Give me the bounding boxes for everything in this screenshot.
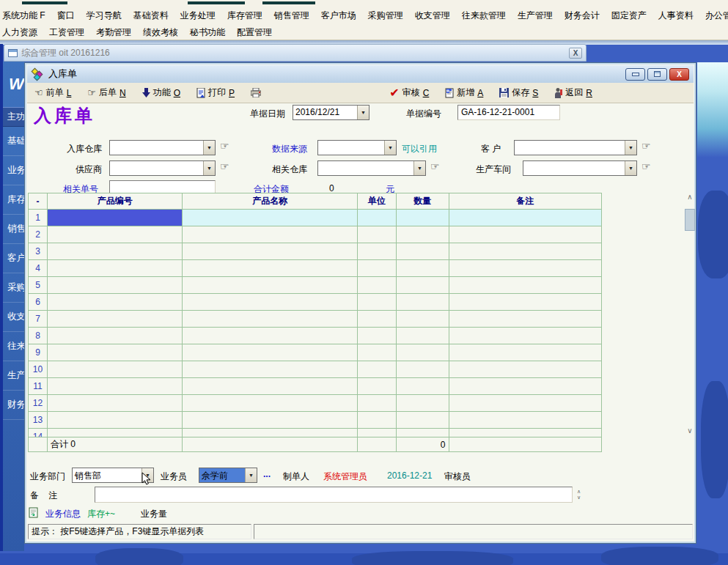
grid-cell[interactable] xyxy=(397,328,449,344)
minimize-icon[interactable] xyxy=(625,68,645,81)
menu-item[interactable]: 窗口 xyxy=(56,9,76,23)
menu-item[interactable]: 收支管理 xyxy=(414,9,451,23)
grid-cell[interactable] xyxy=(358,361,397,378)
grid-cell[interactable] xyxy=(183,260,357,277)
chevron-down-icon[interactable]: ▼ xyxy=(357,106,369,119)
menu-item[interactable]: 往来款管理 xyxy=(461,9,507,23)
stock-toggle-link[interactable]: 库存+~ xyxy=(87,508,115,520)
grid-cell[interactable] xyxy=(358,243,397,260)
grid-cell[interactable] xyxy=(48,277,183,294)
grid-cell[interactable] xyxy=(397,361,449,378)
menu-item[interactable]: 考勤管理 xyxy=(95,26,132,40)
sidebar-item[interactable]: 收支 xyxy=(3,303,24,332)
remark-spinner[interactable]: ∧ ∨ xyxy=(574,487,584,503)
grid-cell[interactable] xyxy=(183,294,357,311)
grid-cell[interactable] xyxy=(48,344,183,361)
grid-cell[interactable] xyxy=(48,378,183,395)
grid-cell[interactable] xyxy=(449,429,601,437)
new-button[interactable]: 新增A xyxy=(445,86,483,99)
grid-cell[interactable] xyxy=(449,294,601,311)
menu-item[interactable]: 固定资产 xyxy=(611,9,647,23)
function-button[interactable]: 功能O xyxy=(142,86,180,99)
grid-cell[interactable] xyxy=(358,311,397,328)
grid-cell[interactable] xyxy=(48,395,183,412)
grid-cell[interactable] xyxy=(183,429,357,437)
lookup-hand-icon[interactable]: ☞ xyxy=(430,160,440,172)
spin-up-icon[interactable]: ∧ xyxy=(577,489,581,495)
grid-cell[interactable] xyxy=(48,260,183,277)
menu-item[interactable]: 销售管理 xyxy=(273,9,310,23)
grid-cell[interactable] xyxy=(48,210,183,226)
data-source-combo[interactable]: ▼ xyxy=(317,140,397,155)
close-icon[interactable]: X xyxy=(569,48,582,59)
grid-cell[interactable] xyxy=(358,260,397,277)
customer-combo[interactable]: ▼ xyxy=(514,140,637,155)
grid-cell[interactable] xyxy=(48,361,183,378)
grid-cell[interactable] xyxy=(358,328,397,344)
sidebar-item[interactable]: 往来 xyxy=(3,332,24,361)
return-button[interactable]: 返回R xyxy=(554,86,592,99)
next-doc-button[interactable]: ☞ 后单N xyxy=(87,86,125,99)
refresh-doc-icon[interactable] xyxy=(29,507,38,518)
menu-item[interactable]: 系统功能 F xyxy=(1,9,46,23)
grid-cell[interactable] xyxy=(358,344,397,361)
menu-item[interactable]: 财务会计 xyxy=(564,9,600,23)
workshop-combo[interactable]: ▼ xyxy=(523,160,637,176)
grid-cell[interactable] xyxy=(183,277,357,294)
grid-cell[interactable] xyxy=(358,429,397,437)
grid-cell[interactable] xyxy=(48,412,183,429)
grid-cell[interactable] xyxy=(449,210,601,226)
menu-item[interactable]: 采购管理 xyxy=(367,9,404,23)
chevron-down-icon[interactable]: ▼ xyxy=(625,141,636,155)
menu-item[interactable]: 学习导航 xyxy=(86,9,122,23)
grid-cell[interactable] xyxy=(397,226,449,243)
save-button[interactable]: 保存S xyxy=(499,86,538,99)
sidebar-item[interactable]: 库存 xyxy=(3,185,24,215)
chevron-down-icon[interactable]: ▼ xyxy=(203,141,215,155)
grid-cell[interactable] xyxy=(449,243,601,260)
volume-link[interactable]: 业务量 xyxy=(141,508,167,520)
grid-cell[interactable] xyxy=(449,412,601,429)
menu-item[interactable]: 办公管理 xyxy=(705,9,728,23)
grid-cell[interactable] xyxy=(183,344,357,361)
grid-cell[interactable] xyxy=(48,294,183,311)
menu-item[interactable]: 人事资料 xyxy=(658,9,694,23)
sidebar-item[interactable]: 采购 xyxy=(3,273,24,303)
supplier-combo[interactable]: ▼ xyxy=(109,160,216,176)
chevron-down-icon[interactable]: ▼ xyxy=(245,468,257,482)
menu-item[interactable]: 配置管理 xyxy=(236,26,273,40)
grid-cell[interactable] xyxy=(183,378,357,395)
grid-cell[interactable] xyxy=(358,210,397,226)
grid-cell[interactable] xyxy=(183,361,357,378)
grid-cell[interactable] xyxy=(397,378,449,395)
chevron-down-icon[interactable]: ▼ xyxy=(203,161,215,175)
menu-item[interactable]: 客户市场 xyxy=(320,9,357,23)
grid-cell[interactable] xyxy=(397,210,449,226)
prev-doc-button[interactable]: ☜ 前单L xyxy=(34,86,71,99)
lookup-hand-icon[interactable]: ☞ xyxy=(641,160,651,172)
grid-cell[interactable] xyxy=(449,328,601,344)
grid-cell[interactable] xyxy=(183,328,357,344)
menu-item[interactable]: 绩效考核 xyxy=(142,26,179,40)
menu-item[interactable]: 工资管理 xyxy=(48,26,85,40)
business-info-link[interactable]: 业务信息 xyxy=(45,508,81,520)
more-button[interactable]: ... xyxy=(263,469,271,479)
grid-cell[interactable] xyxy=(397,277,449,294)
grid-cell[interactable] xyxy=(449,378,601,395)
grid-cell[interactable] xyxy=(449,260,601,277)
scroll-up-icon[interactable]: ∧ xyxy=(684,193,696,201)
sidebar-item[interactable]: 基础 xyxy=(3,127,24,156)
grid-cell[interactable] xyxy=(358,378,397,395)
menu-item[interactable]: 人力资源 xyxy=(1,26,38,40)
grid-cell[interactable] xyxy=(183,311,357,328)
grid-cell[interactable] xyxy=(397,311,449,328)
maximize-icon[interactable] xyxy=(647,68,667,81)
menu-item[interactable]: 库存管理 xyxy=(227,9,263,23)
grid-cell[interactable] xyxy=(449,361,601,378)
sidebar-item[interactable]: 业务 xyxy=(3,156,24,185)
doc-no-field[interactable]: GA-16-12-21-0001 xyxy=(457,105,560,120)
sidebar-item[interactable]: 生产 xyxy=(3,361,24,391)
grid-cell[interactable] xyxy=(358,412,397,429)
grid-cell[interactable] xyxy=(397,243,449,260)
lookup-hand-icon[interactable]: ☞ xyxy=(641,140,651,152)
